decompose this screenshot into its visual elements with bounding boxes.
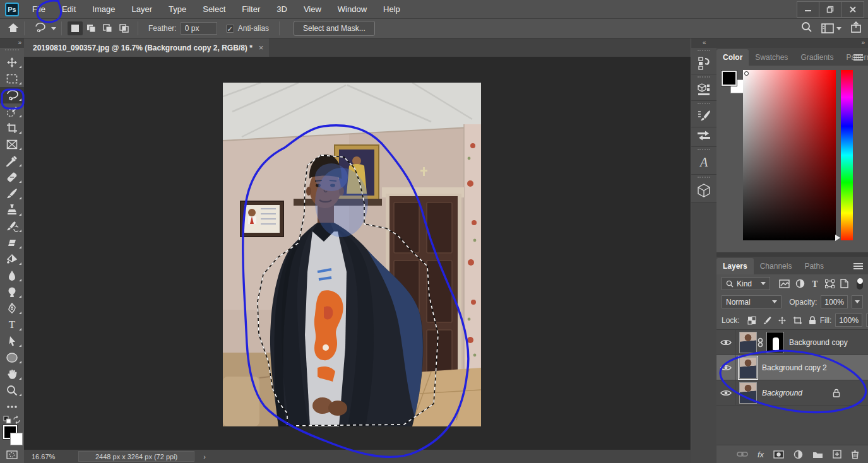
layer-visibility-toggle[interactable] <box>716 330 735 355</box>
blur-tool[interactable] <box>0 267 24 284</box>
tab-swatches[interactable]: Swatches <box>749 49 794 66</box>
pen-tool[interactable] <box>0 300 24 317</box>
search-icon[interactable] <box>801 21 812 35</box>
swap-colors-icon[interactable] <box>13 415 21 424</box>
new-adjustment-layer-icon[interactable] <box>794 450 803 459</box>
menu-select[interactable]: Select <box>194 0 234 19</box>
hue-slider-pointer[interactable] <box>835 235 840 241</box>
workspace-switcher[interactable] <box>821 23 841 33</box>
filter-toggle-switch[interactable] <box>857 278 863 290</box>
hand-tool[interactable] <box>0 366 24 382</box>
menu-type[interactable]: Type <box>160 0 194 19</box>
tab-gradients[interactable]: Gradients <box>794 49 840 66</box>
restore-button[interactable] <box>819 2 841 17</box>
blend-mode-dropdown[interactable]: Normal <box>722 295 782 308</box>
crop-tool[interactable] <box>0 120 24 136</box>
eraser-tool[interactable] <box>0 235 24 251</box>
frame-tool[interactable] <box>0 136 24 153</box>
menu-image[interactable]: Image <box>84 0 123 19</box>
foreground-background-swatches[interactable] <box>0 424 24 449</box>
layer-thumbnail[interactable] <box>739 357 757 378</box>
add-layer-mask-icon[interactable] <box>773 450 784 459</box>
subtract-from-selection-mode-button[interactable] <box>100 21 116 35</box>
delete-layer-icon[interactable] <box>851 450 859 459</box>
quick-mask-mode-button[interactable] <box>0 449 24 460</box>
background-color-swatch[interactable] <box>10 433 23 445</box>
filter-pixel-layers-icon[interactable] <box>779 279 790 288</box>
filter-type-layers-icon[interactable]: T <box>811 279 819 288</box>
filter-smart-objects-icon[interactable] <box>840 279 848 288</box>
edit-toolbar-ellipsis-icon[interactable] <box>0 399 24 415</box>
menu-view[interactable]: View <box>295 0 330 19</box>
brushes-panel-button[interactable] <box>691 127 716 147</box>
lock-all-icon[interactable] <box>809 316 816 325</box>
home-icon[interactable] <box>8 23 19 35</box>
mask-link-icon[interactable] <box>757 337 764 348</box>
anti-alias-checkbox[interactable]: ✓ <box>226 25 234 33</box>
current-tool-lasso-icon[interactable] <box>32 21 49 36</box>
tab-close-icon[interactable]: × <box>259 43 264 52</box>
default-colors-icon[interactable] <box>3 415 11 424</box>
filter-kind-dropdown[interactable]: Kind <box>722 277 770 290</box>
feather-input[interactable] <box>181 22 217 35</box>
add-to-selection-mode-button[interactable] <box>84 21 99 35</box>
opacity-dropdown-button[interactable] <box>852 295 863 308</box>
menu-layer[interactable]: Layer <box>124 0 161 19</box>
layer-row-background[interactable]: Background <box>716 380 868 406</box>
path-selection-tool[interactable] <box>0 333 24 349</box>
menu-file[interactable]: File <box>24 0 54 19</box>
link-layers-icon[interactable] <box>737 451 748 457</box>
brush-settings-panel-button[interactable] <box>691 101 716 127</box>
saturation-brightness-field[interactable] <box>743 70 836 240</box>
close-button[interactable] <box>841 2 864 17</box>
layer-mask-thumbnail[interactable] <box>766 332 784 353</box>
menu-3d[interactable]: 3D <box>268 0 295 19</box>
layer-thumbnail[interactable] <box>739 332 757 353</box>
layer-row-background-copy-2[interactable]: Background copy 2 <box>716 355 868 380</box>
brush-tool[interactable] <box>0 185 24 202</box>
type-tool[interactable]: T <box>0 317 24 333</box>
tab-channels[interactable]: Channels <box>754 258 799 274</box>
tab-layers[interactable]: Layers <box>716 258 754 274</box>
layer-name[interactable]: Background copy <box>789 338 848 347</box>
new-layer-icon[interactable] <box>833 450 841 459</box>
filter-adjustment-layers-icon[interactable] <box>795 279 805 288</box>
layer-name[interactable]: Background <box>762 389 802 397</box>
layer-name[interactable]: Background copy 2 <box>762 363 827 372</box>
opacity-value-box[interactable]: 100% <box>821 295 848 308</box>
panel-grip[interactable] <box>5 49 19 53</box>
document-info-box[interactable]: 2448 px x 3264 px (72 ppi) <box>78 451 194 462</box>
menu-help[interactable]: Help <box>375 0 408 19</box>
tab-paths[interactable]: Paths <box>798 258 830 274</box>
gradient-tool[interactable] <box>0 251 24 267</box>
intersect-selection-mode-button[interactable] <box>117 21 132 35</box>
tools-expand-icon[interactable]: » <box>0 38 24 48</box>
menu-filter[interactable]: Filter <box>234 0 268 19</box>
history-brush-tool[interactable] <box>0 218 24 235</box>
quick-selection-tool[interactable] <box>0 103 24 120</box>
lock-artboard-icon[interactable] <box>793 316 802 325</box>
hue-slider[interactable] <box>841 70 853 240</box>
eyedropper-tool[interactable] <box>0 153 24 169</box>
filter-shape-layers-icon[interactable] <box>825 279 835 288</box>
collapse-panels-icon[interactable]: « <box>703 39 706 48</box>
character-panel-button[interactable]: A <box>691 147 716 175</box>
lock-transparent-pixels-icon[interactable] <box>747 316 756 325</box>
color-foreground-swatch[interactable] <box>722 71 737 86</box>
color-field-cursor[interactable] <box>744 71 749 76</box>
minimize-button[interactable] <box>797 2 819 17</box>
select-and-mask-button[interactable]: Select and Mask... <box>294 21 375 36</box>
panel-menu-icon[interactable] <box>853 53 863 61</box>
menu-edit[interactable]: Edit <box>54 0 84 19</box>
menu-window[interactable]: Window <box>330 0 375 19</box>
layer-thumbnail[interactable] <box>739 382 757 404</box>
zoom-level[interactable]: 16.67% <box>32 453 64 460</box>
panel-menu-icon[interactable] <box>853 262 863 269</box>
ellipse-shape-tool[interactable] <box>0 349 24 366</box>
dodge-tool[interactable] <box>0 284 24 300</box>
3d-panel-button[interactable] <box>691 175 716 202</box>
history-panel-button[interactable] <box>691 48 716 74</box>
tab-color[interactable]: Color <box>716 49 749 66</box>
rectangular-marquee-tool[interactable] <box>0 71 24 87</box>
spot-healing-brush-tool[interactable] <box>0 169 24 185</box>
